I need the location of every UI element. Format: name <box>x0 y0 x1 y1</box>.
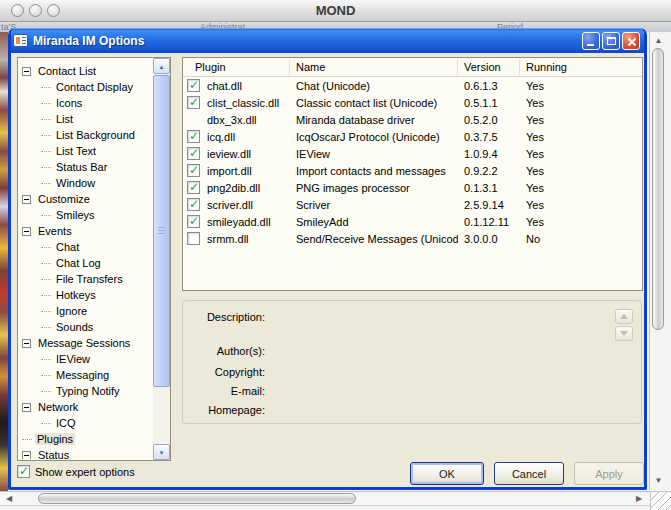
plugin-file-cell: import.dll <box>207 165 290 177</box>
tree-item-list-text[interactable]: List Text <box>19 143 152 159</box>
tree-connector <box>41 183 51 184</box>
checked-checkbox-icon[interactable] <box>187 215 200 228</box>
tree-item-file-transfers[interactable]: File Transfers <box>19 271 152 287</box>
tree-item-ignore[interactable]: Ignore <box>19 303 152 319</box>
miranda-options-dialog: Miranda IM Options Contact ListContact D… <box>8 28 647 490</box>
horizontal-scroll-thumb[interactable] <box>38 493 356 504</box>
vertical-scroll-thumb[interactable] <box>652 48 664 330</box>
tree-item-list-background[interactable]: List Background <box>19 127 152 143</box>
tree-item-messaging[interactable]: Messaging <box>19 367 152 383</box>
tree-item-ieview[interactable]: IEView <box>19 351 152 367</box>
plugin-row-ieview-dll[interactable]: ieview.dllIEView1.0.9.4Yes <box>183 145 642 162</box>
collapse-minus-icon[interactable] <box>22 67 31 76</box>
details-nav-buttons <box>615 309 633 341</box>
tree-item-status-bar[interactable]: Status Bar <box>19 159 152 175</box>
tree-item-status[interactable]: Status <box>19 447 152 459</box>
checked-checkbox-icon[interactable] <box>187 96 200 109</box>
collapse-minus-icon[interactable] <box>22 451 31 460</box>
tree-connector <box>41 327 51 328</box>
checked-checkbox-icon[interactable] <box>187 79 200 92</box>
minimize-icon[interactable] <box>582 32 600 50</box>
dialog-titlebar[interactable]: Miranda IM Options <box>8 28 647 53</box>
ok-button[interactable]: OK <box>410 462 484 485</box>
tree-item-window[interactable]: Window <box>19 175 152 191</box>
unchecked-checkbox-icon[interactable] <box>187 232 200 245</box>
collapse-minus-icon[interactable] <box>22 195 31 204</box>
tree-item-list[interactable]: List <box>19 111 152 127</box>
plugin-file-cell: icq.dll <box>207 131 290 143</box>
tree-item-chat-log[interactable]: Chat Log <box>19 255 152 271</box>
checked-checkbox-icon[interactable] <box>187 130 200 143</box>
plugin-row-png2dib-dll[interactable]: png2dib.dllPNG images processor0.1.3.1Ye… <box>183 179 642 196</box>
checkbox-cell <box>183 147 207 160</box>
tree-item-contact-list[interactable]: Contact List <box>19 63 152 79</box>
tree-scroll-thumb[interactable] <box>153 75 170 387</box>
tree-item-sounds[interactable]: Sounds <box>19 319 152 335</box>
tree-scroll-down-icon[interactable]: ▼ <box>153 444 170 460</box>
column-header-name[interactable]: Name <box>290 60 458 75</box>
collapse-minus-icon[interactable] <box>22 227 31 236</box>
plugin-row-import-dll[interactable]: import.dllImport contacts and messages0.… <box>183 162 642 179</box>
tree-item-customize[interactable]: Customize <box>19 191 152 207</box>
checkbox-cell <box>183 96 207 109</box>
show-expert-options-checkbox[interactable]: Show expert options <box>17 465 135 478</box>
tree-item-icq[interactable]: ICQ <box>19 415 152 431</box>
tree-item-hotkeys[interactable]: Hotkeys <box>19 287 152 303</box>
tree-connector <box>41 167 51 168</box>
tree-scrollbar[interactable]: ▲ ▼ <box>153 58 170 460</box>
mac-horizontal-scrollbar[interactable]: ◀ ▶ <box>0 491 650 506</box>
plugin-row-scriver-dll[interactable]: scriver.dllScriver2.5.9.14Yes <box>183 196 642 213</box>
cancel-button[interactable]: Cancel <box>494 462 564 485</box>
tree-item-plugins[interactable]: Plugins <box>19 431 152 447</box>
mac-window-title: MOND <box>0 3 671 18</box>
tree-item-contact-display[interactable]: Contact Display <box>19 79 152 95</box>
tree-item-label: Events <box>36 225 74 237</box>
scroll-left-icon[interactable]: ◀ <box>2 492 16 506</box>
tree-item-chat[interactable]: Chat <box>19 239 152 255</box>
plugin-row-clist-classic-dll[interactable]: clist_classic.dllClassic contact list (U… <box>183 94 642 111</box>
dialog-icon <box>13 34 28 47</box>
checked-checkbox-icon[interactable] <box>187 181 200 194</box>
plugin-table-header: Plugin Name Version Running <box>183 58 642 77</box>
tree-item-network[interactable]: Network <box>19 399 152 415</box>
column-header-plugin[interactable]: Plugin <box>183 60 290 75</box>
scroll-down-icon[interactable]: ▼ <box>650 474 667 488</box>
tree-item-smileys[interactable]: Smileys <box>19 207 152 223</box>
tree-item-typing-notify[interactable]: Typing Notify <box>19 383 152 399</box>
mac-vertical-scrollbar[interactable]: ▲ ▼ <box>649 32 666 490</box>
scroll-up-icon[interactable]: ▲ <box>650 34 667 48</box>
plugin-row-srmm-dll[interactable]: srmm.dllSend/Receive Messages (Unicode)3… <box>183 230 642 247</box>
tree-item-icons[interactable]: Icons <box>19 95 152 111</box>
collapse-minus-icon[interactable] <box>22 403 31 412</box>
maximize-icon[interactable] <box>602 32 620 50</box>
checked-checkbox-icon[interactable] <box>187 147 200 160</box>
apply-button[interactable]: Apply <box>574 462 644 485</box>
column-header-running[interactable]: Running <box>520 60 642 75</box>
tree-scroll-up-icon[interactable]: ▲ <box>153 58 170 74</box>
checked-checkbox-icon[interactable] <box>187 164 200 177</box>
checked-checkbox-icon[interactable] <box>187 198 200 211</box>
tree-item-label: Window <box>54 177 97 189</box>
column-header-version[interactable]: Version <box>458 60 520 75</box>
collapse-minus-icon[interactable] <box>22 339 31 348</box>
details-next-button[interactable] <box>615 326 633 341</box>
tree-connector <box>41 247 51 248</box>
checked-checkbox-icon[interactable] <box>17 465 30 478</box>
tree-item-events[interactable]: Events <box>19 223 152 239</box>
tree-item-label: IEView <box>54 353 92 365</box>
tree-item-message-sessions[interactable]: Message Sessions <box>19 335 152 351</box>
plugin-row-smileyadd-dll[interactable]: smileyadd.dllSmileyAdd0.1.12.11Yes <box>183 213 642 230</box>
plugin-row-icq-dll[interactable]: icq.dllIcqOscarJ Protocol (Unicode)0.3.7… <box>183 128 642 145</box>
tree-item-label: Status Bar <box>54 161 109 173</box>
plugin-table-rows: chat.dllChat (Unicode)0.6.1.3Yesclist_cl… <box>183 77 642 247</box>
resize-grip[interactable] <box>650 491 671 510</box>
plugin-row-dbx-3x-dll[interactable]: dbx_3x.dllMiranda database driver0.5.2.0… <box>183 111 642 128</box>
plugin-details-panel: Description: Author(s): Copyright: E-mai… <box>182 300 642 424</box>
running-cell: Yes <box>520 131 642 143</box>
tree-item-label: Contact Display <box>54 81 135 93</box>
scroll-right-icon[interactable]: ▶ <box>632 492 646 506</box>
plugin-row-chat-dll[interactable]: chat.dllChat (Unicode)0.6.1.3Yes <box>183 77 642 94</box>
close-icon[interactable] <box>622 32 640 50</box>
details-prev-button[interactable] <box>615 309 633 324</box>
email-label: E-mail: <box>189 385 265 397</box>
